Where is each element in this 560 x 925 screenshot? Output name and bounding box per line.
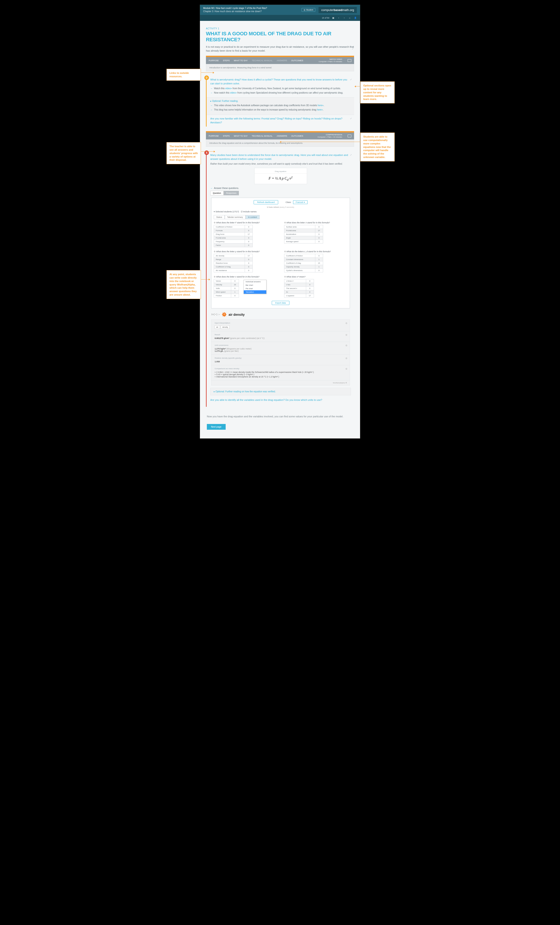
gear-icon[interactable]: ⚙ <box>345 344 348 347</box>
callout-leader <box>201 151 215 152</box>
gear-icon[interactable]: ⚙ <box>345 334 348 336</box>
question-text: Many studies have been done to understan… <box>210 153 351 161</box>
query-text[interactable]: air density <box>229 313 245 316</box>
class-label: Class: <box>286 201 291 203</box>
question-text: Are you now familiar with the following … <box>210 117 351 124</box>
sub-note: Rather than build your own model every t… <box>210 163 351 165</box>
answer-prompt: Answer these questions. <box>214 187 239 190</box>
expand-icon[interactable]: ⤢ <box>350 154 352 156</box>
expand-icon[interactable]: ⤢ <box>350 117 352 119</box>
tab-steps[interactable]: STEPS <box>223 135 230 137</box>
tab-purpose[interactable]: PURPOSE <box>209 59 219 62</box>
equation-label: Drag equation <box>254 170 307 173</box>
callout-equations: Students are able to use computationally… <box>360 133 394 161</box>
chapter-title: Chapter 3: How much does air resistance … <box>203 10 267 13</box>
answers-table-f: Coefficient of friction0Formula0Drag for… <box>214 225 253 247</box>
question-f: What does the letter F stand for in this… <box>214 221 277 224</box>
question-a: What does the letter A stand for in this… <box>284 221 348 224</box>
tab-answers[interactable]: ANSWERS <box>277 59 287 62</box>
export-button[interactable]: Export data <box>272 301 289 305</box>
gear-icon[interactable]: ⚙ <box>345 368 348 370</box>
wolfram-result: ⚙Input interpretation:airdensity ⚙Result… <box>211 319 350 386</box>
teacher-dashboard: Refresh dashboard Class:France6 ▾ ☑ Auto… <box>211 198 350 309</box>
wolfram-footer: Wolfram|Alpha ⚙ <box>211 380 350 385</box>
drag-equation: F = ½ A ρ Cd v2 <box>254 175 307 182</box>
page-position: 15 of 50 <box>322 17 329 19</box>
callout-links: Links to outside resources. <box>167 69 201 81</box>
vtab-status[interactable]: Status <box>214 215 225 219</box>
vtab-context[interactable]: In context <box>245 215 260 219</box>
module-title: Module M1: How fast could I cycle stage … <box>203 7 267 10</box>
dashboard-tabs: Question Responses <box>210 191 351 195</box>
comprehension-info: COMPREHENSIONComputer • Pairs • 10 minut… <box>318 134 342 138</box>
nav-toolbar: 15 of 50 ▦ ‹ › ⌂ 👤 <box>200 15 360 21</box>
optional-bar[interactable]: ▸ Optional: Further reading on how the e… <box>210 388 351 395</box>
next-icon[interactable]: › <box>343 16 346 20</box>
question-rho: What does the letter ρ stand for in this… <box>214 250 277 253</box>
answers-table-a: Surface area0Frontal area17Acceleration0… <box>284 225 323 244</box>
activity-label: ACTIVITY 1 <box>206 27 354 30</box>
callout-optional: Optional sections open up to reveal more… <box>360 81 394 103</box>
question-text: Are you able to identify all the variabl… <box>210 395 351 405</box>
answers-table-v2: v times 20v two0The second v02v0v square… <box>284 279 314 298</box>
instruction-line: →Watch this video» from the University o… <box>210 87 351 90</box>
letter-a-badge: A <box>204 151 209 155</box>
callout-wolfram: At any point, students can write code di… <box>167 270 201 299</box>
equation-box: Drag equation F = ½ A ρ Cd v2 <box>254 168 307 184</box>
activity-title: WHAT IS A GOOD MODEL OF THE DRAG DUE TO … <box>206 31 354 43</box>
letter-d-badge: D <box>204 75 209 80</box>
tab-question[interactable]: Question <box>210 191 224 195</box>
optional-section[interactable]: ▸ Optional: Further reading. →This video… <box>206 97 354 115</box>
watch-video-info: WATCH VIDEOComputer • Pairs • 5 minutes <box>319 58 342 63</box>
home-icon[interactable]: ⌂ <box>348 16 351 20</box>
screen-icon[interactable] <box>348 135 351 137</box>
callout-leader <box>201 279 210 280</box>
view-tabs: Status Tabular summary In context <box>214 215 260 219</box>
here-link[interactable]: here» <box>318 104 324 107</box>
prev-icon[interactable]: ‹ <box>337 16 340 20</box>
top-header: Module M1: How fast could I cycle stage … <box>200 5 360 15</box>
tab-description: Introduce the drag equation and do a com… <box>206 139 354 147</box>
question-text: What is aerodynamic drag? How does it af… <box>210 78 351 85</box>
answers-table-cd: Coefficient of friction0Constant dimensi… <box>284 254 323 273</box>
user-icon[interactable]: 👤 <box>354 16 357 20</box>
video-link[interactable]: video» <box>225 87 232 90</box>
wolfram-icon: = <box>222 312 227 317</box>
tab-responses[interactable]: Responses <box>224 191 239 195</box>
tab-purpose[interactable]: PURPOSE <box>209 135 219 137</box>
tab-say[interactable]: WHAT TO SAY <box>234 59 248 62</box>
here-link[interactable]: here» <box>317 108 323 111</box>
input-label: In[•]:= <box>211 313 220 316</box>
optional-heading: ▸ Optional: Further reading. <box>210 100 351 102</box>
screen-icon[interactable] <box>348 59 351 62</box>
instruction-line: →Now watch this video» from cycling team… <box>210 92 351 94</box>
tab-tech[interactable]: TECHNICAL MANUAL <box>252 135 272 137</box>
answers-table-rho: Air density17Range0Reaction force0Coeffi… <box>214 254 253 273</box>
expand-icon[interactable]: ⤢ <box>350 78 352 80</box>
tab-tech[interactable]: TECHNICAL MANUAL <box>252 59 272 62</box>
body-text: Now you have the drag equation and the v… <box>206 411 354 422</box>
sections-icon[interactable]: ▦ <box>331 16 335 20</box>
tab-answers[interactable]: ANSWERS <box>277 135 287 137</box>
selected-students[interactable]: ▾ Selected students (17/17) ☑ Include na… <box>214 211 348 213</box>
next-page-button[interactable]: Next page <box>207 424 226 430</box>
question-v2: What does v² mean? <box>284 276 348 278</box>
gear-icon[interactable]: ⚙ <box>345 322 348 324</box>
tab-outcomes[interactable]: OUTCOMES <box>291 135 303 137</box>
auto-refresh[interactable]: ☑ Auto refresh (every 5 seconds) <box>214 206 348 208</box>
refresh-button[interactable]: Refresh dashboard <box>254 200 278 204</box>
tab-say[interactable]: WHAT TO SAY <box>234 135 248 137</box>
student-badge[interactable]: ◎ Student <box>301 8 315 12</box>
tab-row: PURPOSE STEPS WHAT TO SAY TECHNICAL MANU… <box>206 133 354 139</box>
brand-logo: computerbasedmath.org <box>319 7 357 13</box>
callout-leader <box>201 72 214 73</box>
tab-outcomes[interactable]: OUTCOMES <box>291 59 303 62</box>
question-cd: What do the letters c_d stand for in thi… <box>284 250 348 253</box>
tab-steps[interactable]: STEPS <box>223 59 230 62</box>
video-link[interactable]: video» <box>230 92 237 94</box>
class-select[interactable]: France6 ▾ <box>293 200 307 204</box>
dropdown-menu[interactable]: Individual answersBar chartPie chartTabu… <box>244 280 266 294</box>
gear-icon[interactable]: ⚙ <box>345 357 348 360</box>
vtab-tabular[interactable]: Tabular summary <box>225 215 245 219</box>
callout-leader <box>280 142 360 142</box>
